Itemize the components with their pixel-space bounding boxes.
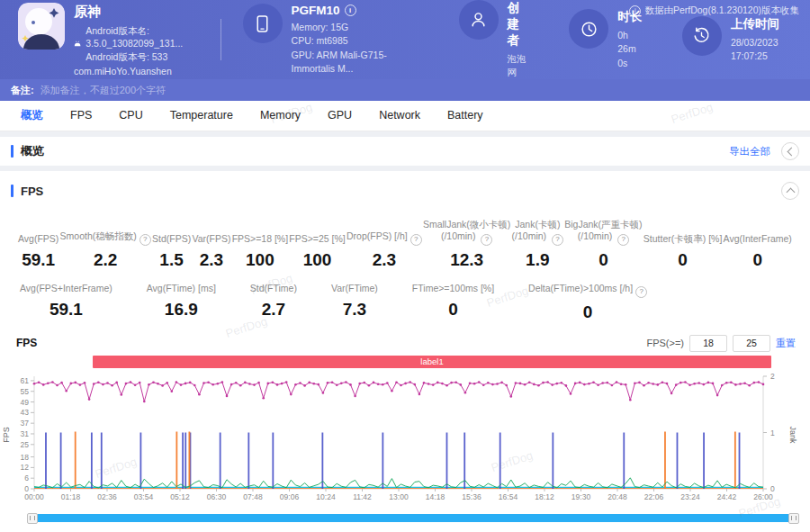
svg-text:49: 49 bbox=[21, 397, 30, 406]
metric: Std(FTime)2.7 bbox=[250, 283, 297, 322]
metric-value: 1.5 bbox=[152, 250, 191, 270]
metric-value: 2.2 bbox=[60, 250, 151, 270]
metric-value: 2.3 bbox=[192, 250, 230, 270]
tab-GPU[interactable]: GPU bbox=[314, 101, 365, 131]
device-block: PGFM10 i Memory: 15G CPU: mt6985 GPU: AR… bbox=[243, 4, 410, 76]
app-block: 原神 Android版本名: 3.5.0_13082099_131... And… bbox=[18, 3, 208, 77]
collect-info-text: 数据由PerfDog(8.1.230120)版本收集 bbox=[644, 5, 799, 17]
note-bar[interactable]: 备注: 添加备注，不超过200个字符 bbox=[0, 79, 810, 101]
svg-text:Jank: Jank bbox=[788, 426, 797, 444]
note-label: 备注: bbox=[11, 84, 34, 97]
svg-text:37: 37 bbox=[21, 419, 30, 428]
svg-text:03:54: 03:54 bbox=[134, 492, 154, 501]
svg-text:25: 25 bbox=[21, 439, 30, 448]
help-icon[interactable]: ? bbox=[410, 234, 422, 246]
tab-Battery[interactable]: Battery bbox=[434, 101, 497, 131]
fps-threshold-input-2[interactable] bbox=[733, 335, 770, 352]
scrollbar-track[interactable] bbox=[32, 514, 794, 522]
metric: Var(FTime)7.3 bbox=[331, 283, 378, 322]
history-icon bbox=[682, 16, 722, 56]
header-divider bbox=[220, 19, 221, 60]
phone-icon bbox=[243, 4, 283, 43]
help-icon[interactable]: ? bbox=[635, 286, 647, 298]
help-icon[interactable]: ? bbox=[481, 234, 492, 246]
svg-text:00:00: 00:00 bbox=[24, 492, 44, 501]
fps-metrics-row-1: Avg(FPS)59.1Smooth(稳畅指数)?2.2Std(FPS)1.5V… bbox=[0, 221, 810, 270]
tab-Temperature[interactable]: Temperature bbox=[157, 101, 247, 131]
metric-value: 0 bbox=[564, 250, 642, 270]
tab-Memory[interactable]: Memory bbox=[247, 101, 314, 131]
help-icon[interactable]: ? bbox=[617, 234, 629, 246]
metric-value: 0 bbox=[644, 250, 723, 270]
metric: BigJank(严重卡顿)(/10min) ?0 bbox=[564, 221, 642, 270]
svg-text:26:00: 26:00 bbox=[753, 492, 773, 501]
svg-text:2: 2 bbox=[770, 372, 775, 381]
export-all-link[interactable]: 导出全部 bbox=[729, 145, 770, 158]
svg-text:19:30: 19:30 bbox=[572, 492, 591, 501]
svg-text:24:42: 24:42 bbox=[717, 492, 737, 501]
metric-value: 0 bbox=[724, 250, 792, 270]
app-icon bbox=[18, 3, 65, 50]
device-info-icon[interactable]: i bbox=[345, 5, 356, 16]
info-icon: i bbox=[629, 5, 641, 17]
collect-info: i 数据由PerfDog(8.1.230120)版本收集 bbox=[629, 5, 799, 17]
fps-collapse-button[interactable] bbox=[781, 182, 799, 200]
fps-section: FPS Avg(FPS)59.1Smooth(稳畅指数)?2.2Std(FPS)… bbox=[0, 171, 810, 532]
tab-CPU[interactable]: CPU bbox=[105, 101, 156, 131]
metric: Avg(FPS)59.1 bbox=[18, 221, 58, 270]
duration-block: 时长 0h 26m 0s bbox=[569, 9, 644, 70]
metric: FPS>=18 [%]100 bbox=[232, 221, 288, 270]
metric: Jank(卡顿)(/10min) ?1.9 bbox=[512, 221, 563, 270]
scrollbar-handle-right[interactable] bbox=[788, 513, 799, 524]
svg-text:6: 6 bbox=[24, 473, 29, 482]
help-icon[interactable]: ? bbox=[552, 234, 563, 246]
svg-text:23:24: 23:24 bbox=[680, 492, 700, 501]
metric: Avg(InterFrame)0 bbox=[724, 221, 792, 270]
metric: Avg(FTime) [ms]16.9 bbox=[147, 283, 216, 322]
android-version-code: Android版本号: 533 bbox=[86, 50, 208, 63]
device-name: PGFM10 bbox=[292, 4, 340, 17]
metric-value: 12.3 bbox=[423, 250, 510, 270]
metric-value: 2.7 bbox=[250, 300, 297, 320]
chart-zoom-scrollbar[interactable] bbox=[27, 513, 799, 524]
metric: FTime>=100ms [%]0 bbox=[412, 283, 494, 322]
fps-chart-plot[interactable]: 61554943373125181260210FPSJank00:0001:18… bbox=[0, 372, 808, 507]
nav-tabs: 概览FPSCPUTemperatureMemoryGPUNetworkBatte… bbox=[0, 101, 810, 131]
reset-button[interactable]: 重置 bbox=[776, 337, 796, 350]
metric-value: 100 bbox=[232, 250, 288, 270]
metric: Var(FPS)2.3 bbox=[192, 221, 230, 270]
clock-icon bbox=[569, 9, 608, 49]
svg-text:55: 55 bbox=[21, 386, 30, 395]
perfdog-report-page: i 数据由PerfDog(8.1.230120)版本收集 bbox=[0, 0, 810, 532]
metric-value: 1.9 bbox=[512, 250, 563, 270]
svg-text:31: 31 bbox=[21, 429, 30, 438]
app-title: 原神 bbox=[74, 4, 208, 21]
scrollbar-handle-left[interactable] bbox=[27, 513, 38, 524]
svg-text:09:06: 09:06 bbox=[280, 492, 300, 501]
svg-text:1: 1 bbox=[770, 428, 775, 437]
fps-threshold-label: FPS(>=) bbox=[646, 338, 684, 348]
svg-text:07:48: 07:48 bbox=[243, 492, 263, 501]
android-version-name: Android版本名: 3.5.0_13082099_131... bbox=[86, 24, 208, 50]
svg-text:15:36: 15:36 bbox=[462, 492, 482, 501]
fps-metrics-row-2: Avg(FPS+InterFrame)59.1Avg(FTime) [ms]16… bbox=[0, 283, 810, 322]
tab-FPS[interactable]: FPS bbox=[57, 101, 105, 131]
section-accent-bar bbox=[11, 185, 14, 197]
metric: Avg(FPS+InterFrame)59.1 bbox=[20, 283, 112, 322]
tab-概览[interactable]: 概览 bbox=[7, 101, 57, 131]
metric: Std(FPS)1.5 bbox=[152, 221, 191, 270]
svg-text:11:42: 11:42 bbox=[353, 492, 372, 501]
app-package: com.miHoYo.Yuanshen bbox=[74, 66, 208, 77]
tab-Network[interactable]: Network bbox=[365, 101, 434, 131]
svg-text:13:00: 13:00 bbox=[389, 492, 409, 501]
metric-value: 2.3 bbox=[346, 250, 422, 270]
svg-text:43: 43 bbox=[21, 408, 30, 417]
creator-block: 创建者 泡泡网 bbox=[459, 0, 528, 79]
metric: Delta(FTime)>100ms [/h]?0 bbox=[528, 283, 647, 322]
svg-text:10:24: 10:24 bbox=[316, 492, 336, 501]
fps-threshold-input-1[interactable] bbox=[689, 335, 727, 352]
help-icon[interactable]: ? bbox=[140, 234, 151, 246]
metric-value: 59.1 bbox=[20, 300, 112, 320]
device-gpu: GPU: ARM Mali-G715-Immortalis M... bbox=[292, 49, 410, 76]
overview-collapse-button[interactable] bbox=[781, 142, 799, 160]
